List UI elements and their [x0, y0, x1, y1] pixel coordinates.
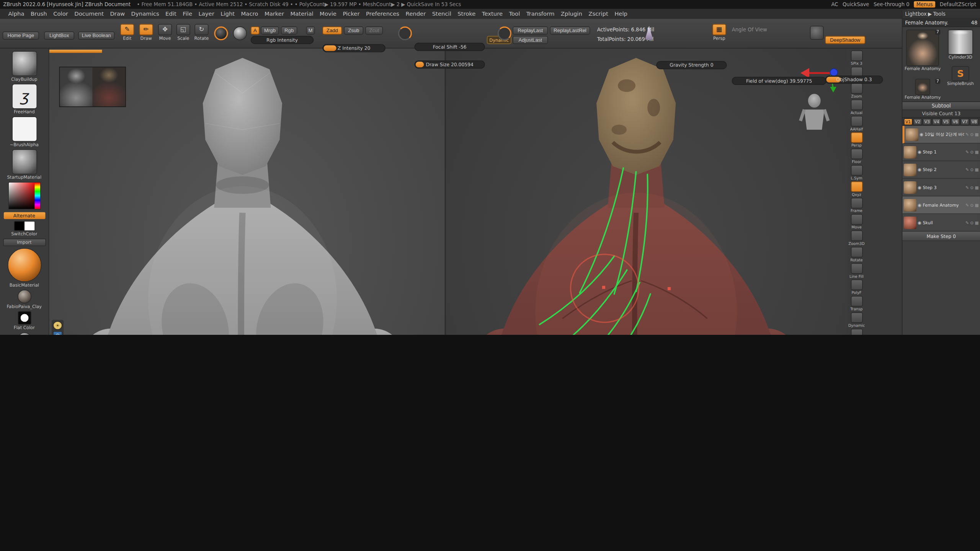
- replay-last-button[interactable]: ReplayLast: [513, 26, 548, 34]
- shelf-tool[interactable]: Dynamic: [847, 312, 866, 327]
- shelf-tool[interactable]: Persp: [847, 132, 866, 147]
- uv-icon[interactable]: ⊙: [970, 132, 973, 137]
- tray-item[interactable]: ʒ FreeHand: [0, 84, 48, 115]
- rotate-button[interactable]: ↻ Rotate: [193, 24, 210, 44]
- polypaint-icon[interactable]: ✎: [965, 220, 969, 225]
- menu-item[interactable]: Render: [402, 10, 429, 18]
- shelf-tool[interactable]: Zoom3D: [847, 230, 866, 245]
- adjust-last-button[interactable]: AdjustLast: [513, 36, 548, 44]
- menu-item[interactable]: Picker: [340, 10, 363, 18]
- tray-item[interactable]: ClayBuildup: [0, 51, 48, 82]
- default-zscript-button[interactable]: DefaultZScript: [940, 2, 976, 7]
- menu-item[interactable]: Marker: [261, 10, 287, 18]
- rgb-button[interactable]: Rgb: [281, 26, 297, 34]
- tray-item[interactable]: ~BrushAlpha: [0, 116, 48, 147]
- shelf-tool[interactable]: Solo: [847, 329, 866, 335]
- zsub-button[interactable]: Zsub: [344, 26, 363, 34]
- shelf-tool[interactable]: Transp: [847, 296, 866, 311]
- mrgb-button[interactable]: Mrgb: [261, 26, 279, 34]
- subtool-row[interactable]: ◉ Make Step 0 ✎ ⊙ ▦: [903, 231, 980, 241]
- version-tab[interactable]: V6: [951, 118, 960, 125]
- version-tab[interactable]: V5: [942, 118, 951, 125]
- menu-item[interactable]: Dynamics: [128, 10, 162, 18]
- lightbox-tab[interactable]: Lightbox: [905, 11, 927, 17]
- gravity-strength-slider[interactable]: Gravity Strength 0: [656, 61, 727, 69]
- tray-item[interactable]: FabioPaiva_Clay: [0, 290, 48, 309]
- current-tool-row[interactable]: Female Anatomy. 48: [903, 19, 980, 27]
- tool-thumb-simplebrush[interactable]: S SimpleBrush: [943, 66, 978, 86]
- shelf-tool[interactable]: Rotate: [847, 247, 866, 262]
- tool-thumb-cylinder3d[interactable]: Cylinder3D: [943, 29, 978, 60]
- menu-item[interactable]: Texture: [479, 10, 506, 18]
- eye-icon[interactable]: ◉: [918, 185, 921, 190]
- mini-tool-icon[interactable]: ◉: [53, 331, 62, 335]
- z-intensity-slider[interactable]: Z Intensity 20: [322, 44, 385, 52]
- tray-item[interactable]: Alternate: [0, 212, 48, 219]
- home-page-button[interactable]: Home Page: [3, 31, 39, 39]
- menu-item[interactable]: Help: [611, 10, 630, 18]
- deepshadow-button[interactable]: DeepShadow: [825, 36, 865, 44]
- menu-item[interactable]: Document: [71, 10, 107, 18]
- menus-button[interactable]: Menus: [914, 1, 935, 7]
- menu-item[interactable]: Color: [50, 10, 71, 18]
- menu-item[interactable]: Stroke: [454, 10, 479, 18]
- focal-shift-icon[interactable]: [398, 26, 412, 40]
- move-button[interactable]: ✥ Move: [156, 24, 174, 44]
- uv-icon[interactable]: ⊙: [970, 220, 973, 225]
- tray-item[interactable]: Import: [0, 239, 48, 246]
- tray-item[interactable]: Smooth: [0, 333, 48, 335]
- eye-icon[interactable]: ◉: [918, 167, 921, 172]
- polypaint-icon[interactable]: ✎: [965, 185, 969, 190]
- draw-button[interactable]: ✏ Draw: [137, 24, 155, 44]
- m-button[interactable]: M: [306, 26, 315, 34]
- menu-item[interactable]: Zscript: [585, 10, 611, 18]
- menu-item[interactable]: Preferences: [363, 10, 403, 18]
- menu-item[interactable]: Tool: [506, 10, 523, 18]
- subtool-row[interactable]: ◉ 10일 여성 2단계 바디 각상 - 하제 ✎ ⊙ ▦: [903, 126, 980, 143]
- version-tab[interactable]: V1: [904, 118, 913, 125]
- menu-item[interactable]: Alpha: [5, 10, 28, 18]
- menu-item[interactable]: Zplugin: [558, 10, 585, 18]
- menu-item[interactable]: Draw: [107, 10, 128, 18]
- shelf-tool[interactable]: AAHalf: [847, 116, 866, 131]
- version-tab[interactable]: V4: [932, 118, 941, 125]
- menu-item[interactable]: Movie: [317, 10, 340, 18]
- tray-item[interactable]: BasicMaterial: [0, 248, 48, 288]
- see-through-slider[interactable]: See-through 0: [874, 2, 910, 7]
- shelf-tool[interactable]: Qxyz: [847, 181, 866, 196]
- menu-item[interactable]: Stencil: [429, 10, 454, 18]
- subtool-header[interactable]: Subtool: [903, 102, 980, 110]
- document-canvas[interactable]: ☀◉➤✎✏▭✐•↶⌫⌦▣▤: [49, 48, 847, 335]
- replay-last-rel-button[interactable]: ReplayLastRel: [550, 26, 590, 34]
- shelf-tool[interactable]: Line Fill: [847, 263, 866, 278]
- polypaint-icon[interactable]: ✎: [965, 132, 969, 137]
- shelf-tool[interactable]: Zoom: [847, 83, 866, 98]
- zcut-button[interactable]: Zcut: [365, 26, 383, 34]
- tool-thumb-female-anatomy[interactable]: Female Anatomy 7: [905, 29, 940, 71]
- eye-icon[interactable]: ◉: [920, 132, 923, 137]
- displacement-icon[interactable]: ▦: [975, 132, 979, 137]
- version-tab[interactable]: V8: [970, 118, 979, 125]
- menu-item[interactable]: Material: [287, 10, 317, 18]
- lightbox-button[interactable]: LightBox: [44, 31, 74, 39]
- tool-thumb-female-anatomy-2[interactable]: Female Anatomy 7: [905, 79, 940, 100]
- tray-item[interactable]: [0, 182, 48, 210]
- tray-item[interactable]: SwitchColor: [0, 221, 48, 236]
- replay-icon[interactable]: [498, 26, 511, 40]
- persp-toolbar-button[interactable]: ▦ Persp: [710, 24, 728, 44]
- displacement-icon[interactable]: ▦: [975, 167, 979, 172]
- menu-item[interactable]: Macro: [238, 10, 261, 18]
- displacement-icon[interactable]: ▦: [975, 220, 979, 225]
- shelf-tool[interactable]: Frame: [847, 198, 866, 213]
- displacement-icon[interactable]: ▦: [975, 202, 979, 207]
- uv-icon[interactable]: ⊙: [970, 167, 973, 172]
- polypaint-icon[interactable]: ✎: [965, 150, 969, 155]
- menu-item[interactable]: Layer: [195, 10, 217, 18]
- stroke-picker-icon[interactable]: [214, 26, 228, 40]
- mini-tool-icon[interactable]: ☀: [53, 321, 62, 330]
- version-tab[interactable]: V7: [960, 118, 969, 125]
- rgb-intensity-slider[interactable]: Rgb Intensity: [251, 36, 314, 44]
- quicksave-button[interactable]: QuickSave: [843, 2, 869, 7]
- draw-size-slider[interactable]: Draw Size 20.00594: [415, 60, 485, 68]
- tray-item[interactable]: StartupMaterial: [0, 149, 48, 180]
